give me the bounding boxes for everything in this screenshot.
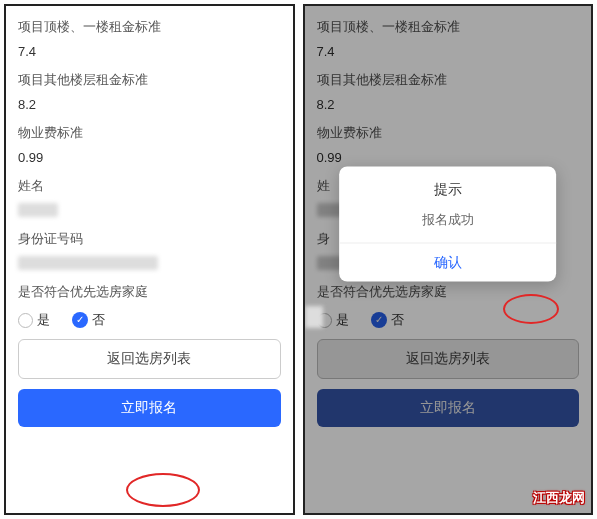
radio-group-priority[interactable]: 是 ✓ 否 bbox=[18, 311, 281, 329]
form-content: 项目顶楼、一楼租金标准 7.4 项目其他楼层租金标准 8.2 物业费标准 0.9… bbox=[6, 6, 293, 513]
back-button[interactable]: 返回选房列表 bbox=[18, 339, 281, 379]
modal-body: 报名成功 bbox=[422, 207, 474, 243]
radio-yes[interactable]: 是 bbox=[18, 311, 50, 329]
field-value: 7.4 bbox=[18, 44, 281, 59]
modal-confirm-button[interactable]: 确认 bbox=[339, 244, 557, 282]
field-label: 物业费标准 bbox=[18, 124, 281, 142]
field-value: 0.99 bbox=[18, 150, 281, 165]
submit-button[interactable]: 立即报名 bbox=[18, 389, 281, 427]
field-label: 身份证号码 bbox=[18, 230, 281, 248]
field-value-redacted: .. bbox=[18, 256, 281, 271]
field-label: 项目其他楼层租金标准 bbox=[18, 71, 281, 89]
field-value-redacted: .. bbox=[18, 203, 281, 218]
modal-dialog: 提示 报名成功 确认 bbox=[339, 167, 557, 282]
field-label: 姓名 bbox=[18, 177, 281, 195]
field-value: 8.2 bbox=[18, 97, 281, 112]
phone-right: 项目顶楼、一楼租金标准 7.4 项目其他楼层租金标准 8.2 物业费标准 0.9… bbox=[303, 4, 594, 515]
radio-checked-icon: ✓ bbox=[72, 312, 88, 328]
phone-left: 项目顶楼、一楼租金标准 7.4 项目其他楼层租金标准 8.2 物业费标准 0.9… bbox=[4, 4, 295, 515]
field-label: 是否符合优先选房家庭 bbox=[18, 283, 281, 301]
radio-no[interactable]: ✓ 否 bbox=[72, 311, 105, 329]
radio-label: 否 bbox=[92, 311, 105, 329]
radio-unchecked-icon bbox=[18, 313, 33, 328]
field-label: 项目顶楼、一楼租金标准 bbox=[18, 18, 281, 36]
redacted-strip bbox=[305, 306, 323, 328]
modal-title: 提示 bbox=[434, 167, 462, 207]
radio-label: 是 bbox=[37, 311, 50, 329]
